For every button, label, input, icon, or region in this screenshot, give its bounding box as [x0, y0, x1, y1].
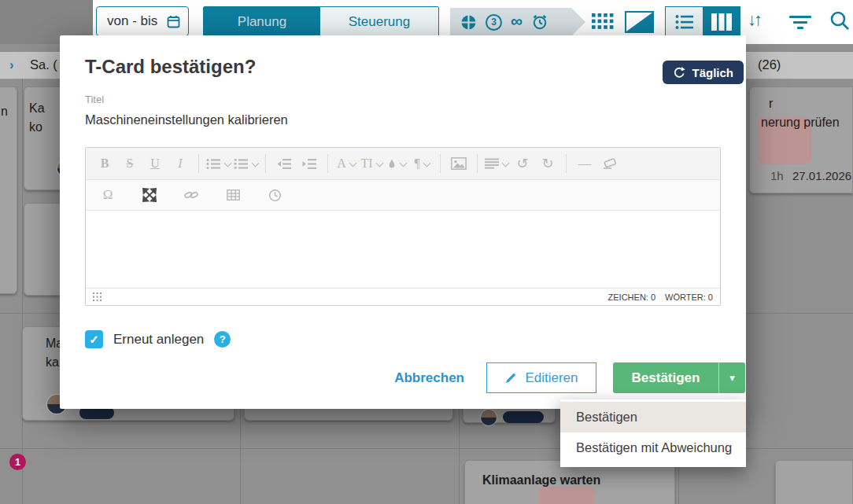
t-card[interactable]: r nerung prüfen 1h 27.01.2026	[749, 86, 853, 193]
mode-tabs: Planung Steuerung	[203, 6, 439, 38]
tab-label: Planung	[238, 14, 286, 30]
horizontal-rule-button[interactable]: —	[574, 153, 596, 175]
font-size-button[interactable]: TI	[360, 153, 382, 175]
insert-link-button[interactable]	[180, 184, 202, 206]
help-icon[interactable]: ?	[214, 331, 231, 348]
alarm-clock-icon[interactable]	[531, 13, 548, 31]
strikethrough-button[interactable]: S	[119, 153, 141, 175]
resize-grip-icon[interactable]	[93, 292, 102, 301]
pie-chart-icon[interactable]	[460, 14, 477, 31]
card-due-date: 27.01.2026	[792, 169, 851, 182]
highlight-color-button[interactable]	[386, 153, 408, 175]
row-header-label: Sa. (	[30, 57, 57, 72]
chevron-down-icon	[375, 159, 383, 167]
editor-toolbar-row1: B S U I	[86, 148, 720, 180]
count-circle-icon[interactable]: 3	[486, 14, 502, 31]
recurrence-label: Täglich	[692, 66, 733, 79]
infinity-icon[interactable]: ∞	[511, 13, 523, 29]
bullet-list-button[interactable]	[206, 153, 231, 175]
clear-formatting-button[interactable]	[599, 153, 621, 175]
card-title: Klimaanlage warten	[482, 473, 600, 487]
bold-button[interactable]: B	[94, 153, 116, 175]
columns-icon	[711, 13, 733, 31]
recreate-option-row: ✓ Erneut anlegen ?	[85, 330, 231, 348]
confirm-button[interactable]: Bestätigen	[613, 362, 718, 393]
card-title-line: ko	[29, 120, 42, 134]
editor-body[interactable]	[86, 211, 720, 288]
view-options-group: 3 ∞	[450, 8, 585, 36]
dialog-actions: Abbrechen Editieren Bestätigen ▾	[390, 362, 745, 393]
tab-planung[interactable]: Planung	[204, 7, 320, 37]
insert-table-button[interactable]	[222, 184, 244, 206]
paragraph-format-button[interactable]: ¶	[411, 153, 433, 175]
fullscreen-button[interactable]	[138, 184, 161, 206]
sort-icon[interactable]: ↓↑	[748, 9, 760, 30]
word-count: WÖRTER: 0	[665, 292, 713, 302]
date-range-picker[interactable]: von - bis	[96, 6, 189, 36]
toolbar-separator	[265, 154, 266, 173]
chevron-down-icon	[252, 159, 260, 167]
grid-view-icon[interactable]	[592, 13, 614, 30]
chevron-right-icon[interactable]: ›	[9, 57, 14, 72]
font-color-glyph: A	[337, 156, 346, 171]
char-count: ZEICHEN: 0	[608, 292, 656, 302]
board-column-divider	[22, 79, 23, 504]
recreate-checkbox-label: Erneut anlegen	[113, 332, 204, 348]
edit-button-label: Editieren	[525, 370, 578, 386]
italic-button[interactable]: I	[169, 153, 191, 175]
column-count-label: (26)	[758, 57, 781, 72]
paragraph-glyph: ¶	[414, 156, 419, 171]
insert-image-button[interactable]	[448, 153, 470, 175]
recurrence-button[interactable]: Täglich	[663, 61, 744, 84]
editor-statusbar: ZEICHEN: 0 WÖRTER: 0	[86, 288, 720, 305]
list-view-button[interactable]	[666, 7, 703, 36]
date-range-label: von - bis	[107, 13, 157, 29]
count-circle-value: 3	[491, 17, 497, 28]
calendar-icon	[167, 15, 180, 28]
tab-steuerung[interactable]: Steuerung	[320, 7, 438, 37]
cancel-button[interactable]: Abbrechen	[390, 370, 469, 387]
rich-text-editor: B S U I	[85, 147, 721, 306]
list-icon	[675, 14, 694, 30]
underline-button[interactable]: U	[144, 153, 166, 175]
notification-badge: 1	[9, 454, 26, 470]
diagonal-split-icon[interactable]	[625, 11, 654, 33]
recreate-checkbox[interactable]: ✓	[85, 330, 103, 348]
chevron-down-icon	[224, 159, 232, 167]
card-title-line: ka	[46, 355, 59, 370]
font-color-button[interactable]: A	[335, 153, 357, 175]
app-window: › Sa. ( (26) n Ka ko Ma ka	[0, 0, 853, 504]
numbered-list-button[interactable]	[234, 153, 258, 175]
undo-button[interactable]: ↺	[511, 153, 534, 175]
menu-item-bestaetigen-mit-abweichung[interactable]: Bestätigen mit Abweichung	[560, 432, 746, 463]
chevron-down-icon	[349, 159, 356, 167]
columns-view-button[interactable]	[703, 7, 740, 36]
redo-button[interactable]: ↻	[537, 153, 559, 175]
t-card[interactable]	[775, 460, 853, 504]
outdent-button[interactable]	[273, 153, 295, 175]
card-highlight	[538, 487, 595, 504]
search-icon[interactable]	[829, 10, 850, 31]
menu-item-bestaetigen[interactable]: Bestätigen	[560, 402, 746, 432]
card-text-fragment: r	[769, 97, 773, 111]
filter-icon[interactable]	[788, 16, 812, 29]
confirm-tcard-dialog: T-Card bestätigen? Täglich Titel Maschin…	[60, 35, 746, 409]
field-value: Maschineneinstellungen kalibrieren	[85, 112, 288, 127]
confirm-dropdown-toggle[interactable]: ▾	[718, 362, 745, 393]
toolbar-separator	[440, 154, 441, 173]
align-button[interactable]	[485, 153, 508, 175]
pencil-icon	[504, 372, 517, 384]
dialog-title: T-Card bestätigen?	[85, 56, 256, 78]
card-title-line: Ka	[29, 101, 45, 116]
t-card[interactable]: n	[0, 86, 17, 294]
special-char-button[interactable]: Ω	[97, 184, 119, 206]
toolbar-separator	[477, 154, 478, 173]
card-duration: 1h	[770, 169, 784, 182]
confirm-dropdown-menu: Bestätigen Bestätigen mit Abweichung	[560, 399, 746, 467]
indent-button[interactable]	[298, 153, 320, 175]
font-size-glyph: TI	[360, 156, 372, 171]
edit-button[interactable]: Editieren	[486, 362, 596, 393]
history-button[interactable]	[264, 184, 286, 206]
card-title-line: nerung prüfen	[761, 116, 840, 130]
toolbar-separator	[198, 154, 199, 173]
